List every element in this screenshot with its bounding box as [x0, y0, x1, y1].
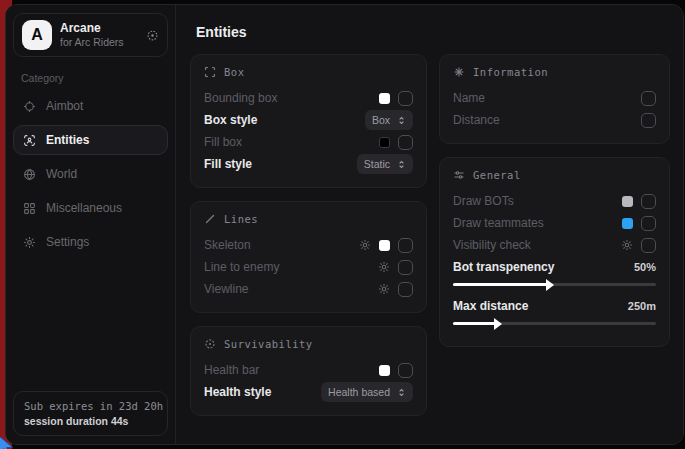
- row-bounding-box: Bounding box: [204, 87, 413, 109]
- panel-information: Information Name Distance: [439, 54, 670, 144]
- row-viewline: Viewline: [204, 278, 413, 300]
- sidebar-item-label: Settings: [46, 235, 89, 249]
- chevron-updown-icon: [397, 115, 406, 126]
- slider-label: Max distance: [453, 299, 528, 313]
- color-swatch[interactable]: [622, 196, 633, 207]
- fill-style-dropdown[interactable]: Static: [357, 154, 413, 174]
- sidebar-item-settings[interactable]: Settings: [13, 227, 168, 257]
- row-fill-box: Fill box: [204, 131, 413, 153]
- checkbox[interactable]: [641, 194, 656, 209]
- checkbox[interactable]: [398, 135, 413, 150]
- mouse-cursor: [0, 435, 17, 449]
- grid-icon: [23, 202, 36, 215]
- row-settings-gear-icon[interactable]: [378, 261, 390, 273]
- spinner-gear-icon[interactable]: [146, 29, 159, 42]
- category-label: Category: [21, 72, 160, 84]
- app-subtitle: for Arc Riders: [60, 36, 138, 49]
- slider-handle-arrow[interactable]: [494, 318, 502, 330]
- row-skeleton: Skeleton: [204, 234, 413, 256]
- box-style-dropdown[interactable]: Box: [365, 110, 413, 130]
- row-box-style: Box style Box: [204, 109, 413, 131]
- gear-icon: [23, 236, 36, 249]
- row-label: Draw BOTs: [453, 194, 514, 208]
- sidebar-item-world[interactable]: World: [13, 159, 168, 189]
- slider-handle-arrow[interactable]: [546, 279, 554, 291]
- app-logo: A: [22, 20, 52, 50]
- slider-label: Bot transpenency: [453, 260, 554, 274]
- row-label: Fill box: [204, 135, 242, 149]
- sparkle-icon: [453, 66, 465, 78]
- slider-value: 250m: [628, 300, 656, 312]
- row-visibility-check: Visibility check: [453, 234, 656, 256]
- corner-brackets-icon: [204, 66, 216, 78]
- app-window: A Arcane for Arc Riders Category Aimbot: [5, 4, 684, 445]
- color-swatch[interactable]: [379, 365, 390, 376]
- row-max-distance: Max distance 250m: [453, 295, 656, 317]
- main-content: Entities Box Bounding box: [176, 5, 684, 444]
- color-swatch[interactable]: [622, 218, 633, 229]
- sidebar-item-miscellaneous[interactable]: Miscellaneous: [13, 193, 168, 223]
- sidebar-item-entities[interactable]: Entities: [13, 125, 168, 155]
- slider-value: 50%: [634, 261, 656, 273]
- checkbox[interactable]: [398, 363, 413, 378]
- checkbox[interactable]: [398, 91, 413, 106]
- row-settings-gear-icon[interactable]: [359, 239, 371, 251]
- sidebar-item-aimbot[interactable]: Aimbot: [13, 91, 168, 121]
- sliders-icon: [453, 169, 465, 181]
- row-label: Draw teammates: [453, 216, 544, 230]
- subscription-card: Sub expires in 23d 20h session duration …: [13, 391, 168, 436]
- crosshair-icon: [23, 100, 36, 113]
- color-swatch[interactable]: [379, 240, 390, 251]
- sidebar-nav: Aimbot Entities World Miscellaneous: [13, 91, 168, 257]
- row-label: Visibility check: [453, 238, 531, 252]
- checkbox[interactable]: [398, 238, 413, 253]
- row-label: Fill style: [204, 157, 252, 171]
- panel-general: General Draw BOTs Draw teammates: [439, 157, 670, 347]
- bot-transparency-slider[interactable]: [453, 283, 656, 286]
- checkbox[interactable]: [641, 238, 656, 253]
- color-swatch[interactable]: [379, 93, 390, 104]
- sidebar: A Arcane for Arc Riders Category Aimbot: [6, 5, 176, 444]
- brand-card: A Arcane for Arc Riders: [13, 13, 168, 57]
- panel-lines: Lines Skeleton Line to enemy: [190, 201, 427, 313]
- checkbox[interactable]: [398, 260, 413, 275]
- sidebar-item-label: Aimbot: [46, 99, 83, 113]
- panel-survivability: Survivability Health bar Health style He…: [190, 326, 427, 416]
- panel-title: Survivability: [224, 338, 313, 350]
- radar-icon: [204, 338, 216, 350]
- row-fill-style: Fill style Static: [204, 153, 413, 175]
- globe-icon: [23, 168, 36, 181]
- sidebar-item-label: Entities: [46, 133, 89, 147]
- row-distance: Distance: [453, 109, 656, 131]
- row-draw-bots: Draw BOTs: [453, 190, 656, 212]
- row-label: Distance: [453, 113, 500, 127]
- page-title: Entities: [196, 24, 670, 40]
- row-label: Viewline: [204, 282, 248, 296]
- row-settings-gear-icon[interactable]: [621, 239, 633, 251]
- sub-expiry-text: Sub expires in 23d 20h: [24, 400, 157, 412]
- row-label: Box style: [204, 113, 257, 127]
- row-settings-gear-icon[interactable]: [378, 283, 390, 295]
- row-label: Line to enemy: [204, 260, 279, 274]
- color-swatch[interactable]: [379, 137, 390, 148]
- app-title: Arcane: [60, 21, 138, 36]
- checkbox[interactable]: [641, 91, 656, 106]
- entity-scan-icon: [23, 134, 36, 147]
- row-label: Health style: [204, 385, 271, 399]
- row-health-bar: Health bar: [204, 359, 413, 381]
- chevron-updown-icon: [397, 387, 406, 398]
- row-label: Health bar: [204, 363, 259, 377]
- session-duration-text: session duration 44s: [24, 415, 157, 427]
- row-name: Name: [453, 87, 656, 109]
- panel-box: Box Bounding box Box style Box: [190, 54, 427, 188]
- row-health-style: Health style Health based: [204, 381, 413, 403]
- checkbox[interactable]: [641, 113, 656, 128]
- row-bot-transparency: Bot transpenency 50%: [453, 256, 656, 278]
- checkbox[interactable]: [398, 282, 413, 297]
- panel-title: Box: [224, 66, 244, 78]
- max-distance-slider[interactable]: [453, 322, 656, 325]
- sidebar-item-label: Miscellaneous: [46, 201, 122, 215]
- health-style-dropdown[interactable]: Health based: [321, 382, 413, 402]
- line-icon: [204, 213, 216, 225]
- checkbox[interactable]: [641, 216, 656, 231]
